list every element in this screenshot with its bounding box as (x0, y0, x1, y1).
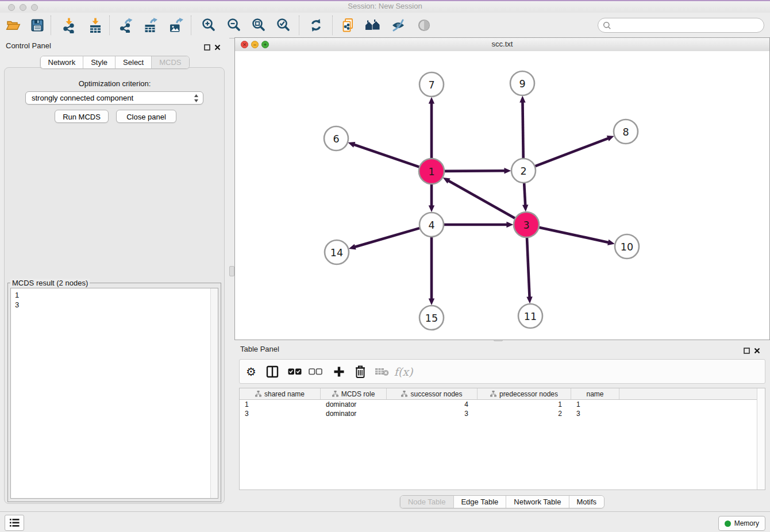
column-label: predecessor nodes (499, 390, 558, 398)
import-network-button[interactable] (61, 17, 77, 33)
mcds-result-scrollbar[interactable] (210, 288, 218, 498)
node-label-2: 2 (520, 165, 526, 177)
add-row-button[interactable] (331, 360, 347, 383)
vertical-splitter-handle[interactable] (229, 266, 234, 276)
export-table-button[interactable] (143, 17, 159, 33)
column-header-name[interactable]: name (571, 388, 619, 399)
select-all-button[interactable] (287, 360, 303, 383)
tab-network-table[interactable]: Network Table (506, 496, 569, 508)
table-settings-button[interactable]: ⚙ (243, 360, 259, 383)
table-cell: 1 (571, 400, 619, 409)
export-table-icon (143, 18, 158, 33)
network-maximize-icon[interactable]: + (261, 41, 269, 48)
table-scrollbar[interactable] (757, 388, 765, 489)
table-row[interactable]: 3dominator323 (240, 409, 765, 418)
zoom-in-button[interactable] (201, 17, 217, 33)
trash-icon (354, 365, 367, 379)
tab-motifs[interactable]: Motifs (569, 496, 604, 508)
toolbar-separator (191, 16, 191, 35)
unchecked-boxes-icon (309, 368, 322, 375)
column-header-successor-nodes[interactable]: successor nodes (387, 388, 478, 399)
save-icon (30, 18, 45, 33)
status-bar: Memory (0, 511, 770, 532)
bird-view-eye-icon (417, 18, 432, 33)
network-title: scc.txt (235, 38, 769, 51)
open-session-button[interactable] (5, 17, 21, 33)
table-cell: 3 (240, 409, 321, 418)
hide-graphics-details-button[interactable] (390, 17, 406, 33)
tab-select[interactable]: Select (116, 56, 152, 68)
refresh-view-button[interactable] (308, 17, 324, 33)
zoom-selected-button[interactable] (275, 17, 291, 33)
hide-details-eye-icon (391, 18, 406, 33)
edge-1-2[interactable] (444, 171, 505, 171)
zoom-in-icon (201, 18, 216, 33)
export-image-button[interactable] (168, 17, 184, 33)
zoom-out-button[interactable] (226, 17, 242, 33)
import-table-button[interactable] (87, 17, 103, 33)
tab-network[interactable]: Network (40, 56, 83, 68)
window-close-icon[interactable] (8, 4, 15, 11)
table-cell: 2 (478, 409, 571, 418)
column-header-predecessor-nodes[interactable]: predecessor nodes (478, 388, 571, 399)
tab-style[interactable]: Style (83, 56, 116, 68)
memory-button[interactable]: Memory (718, 516, 765, 531)
edge-2-3[interactable] (524, 182, 525, 205)
close-panel-button[interactable]: Close panel (116, 110, 176, 123)
criterion-select[interactable]: strongly connected component (25, 91, 203, 105)
table-cell: 4 (387, 400, 478, 409)
zoom-fit-button[interactable] (251, 17, 267, 33)
zoom-selected-icon (276, 18, 291, 33)
window-minimize-icon[interactable] (20, 4, 26, 11)
memory-status-icon (725, 521, 731, 527)
edge-3-1[interactable] (449, 181, 516, 219)
network-close-icon[interactable]: ✕ (241, 41, 248, 48)
edge-4-14[interactable] (355, 228, 421, 247)
toolbar-separator (299, 16, 299, 35)
network-window-titlebar[interactable]: ✕ − + scc.txt (235, 38, 769, 52)
table-panel-title: Table Panel (240, 345, 279, 353)
toggle-bird-view-button[interactable] (416, 17, 432, 33)
home-icon (365, 18, 381, 33)
export-image-icon (168, 18, 183, 33)
column-label: successor nodes (410, 390, 462, 398)
network-canvas[interactable]: 7968124314101511 (235, 51, 769, 340)
delete-table-button[interactable] (374, 360, 390, 383)
unselect-all-button[interactable] (307, 360, 324, 383)
table-row[interactable]: 1dominator411 (240, 400, 765, 409)
home-button[interactable] (365, 17, 381, 33)
main-toolbar (0, 13, 770, 38)
checked-boxes-icon (288, 368, 302, 375)
close-table-panel-icon[interactable] (754, 346, 762, 353)
float-table-panel-icon[interactable] (744, 346, 752, 353)
edge-2-8[interactable] (534, 138, 608, 167)
edge-3-11[interactable] (527, 237, 530, 297)
run-mcds-button[interactable]: Run MCDS (55, 110, 109, 123)
close-panel-icon[interactable] (214, 43, 222, 49)
delete-row-button[interactable] (352, 360, 368, 383)
search-input[interactable] (614, 21, 764, 30)
column-header-MCDS-role[interactable]: MCDS role (321, 388, 387, 399)
table-cell: 1 (240, 400, 321, 409)
network-minimize-icon[interactable]: − (251, 41, 259, 48)
float-panel-icon[interactable] (204, 43, 212, 49)
edge-2-9[interactable] (522, 102, 523, 159)
mcds-result-box[interactable]: 13 (10, 288, 218, 499)
window-zoom-icon[interactable] (31, 4, 38, 11)
duplicate-network-button[interactable] (340, 17, 356, 33)
zoom-fit-icon (251, 18, 266, 33)
column-header-shared-name[interactable]: shared name (240, 388, 321, 399)
show-columns-button[interactable] (264, 360, 280, 383)
table-cell: 1 (478, 400, 571, 409)
function-builder-button[interactable]: f(x) (395, 360, 411, 383)
tab-mcds[interactable]: MCDS (152, 56, 188, 68)
edge-1-6[interactable] (354, 145, 420, 167)
export-network-button[interactable] (118, 17, 134, 33)
task-history-button[interactable] (5, 515, 24, 531)
edge-3-10[interactable] (538, 227, 609, 242)
tab-edge-table[interactable]: Edge Table (453, 496, 506, 508)
control-panel: Control Panel NetworkStyleSelectMCDS Opt… (0, 38, 229, 511)
tab-node-table[interactable]: Node Table (401, 496, 454, 508)
save-session-button[interactable] (29, 17, 45, 33)
table-panel-tabs: Node TableEdge TableNetwork TableMotifs (400, 495, 605, 508)
